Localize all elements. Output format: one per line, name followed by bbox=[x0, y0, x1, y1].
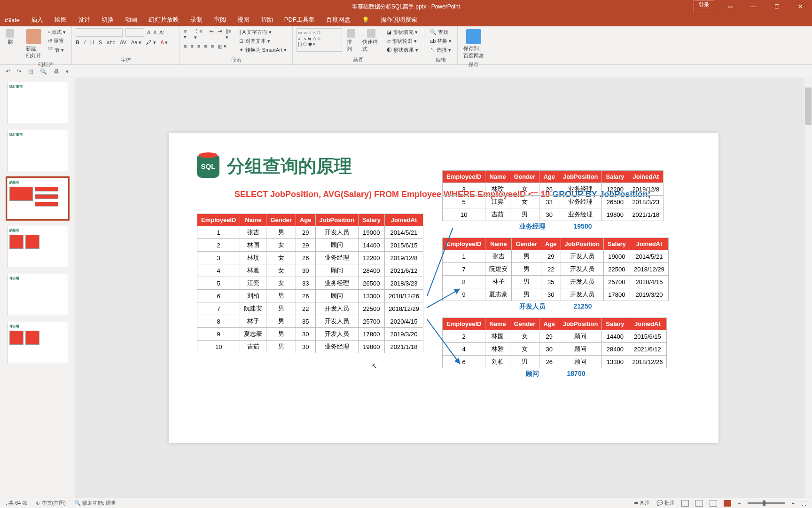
zoom-icon[interactable]: 🔍 bbox=[40, 68, 47, 75]
fit-window-icon[interactable]: ⛶ bbox=[801, 500, 806, 506]
undo-icon[interactable]: ↶ bbox=[6, 68, 10, 75]
highlight-button[interactable]: 🖍 ▾ bbox=[146, 40, 156, 46]
slide-content: SQL 分组查询的原理 SELECT JobPosition, AVG(Sala… bbox=[169, 133, 718, 443]
slide-thumbnail-panel[interactable]: 统计查询 统计查询 的原理 的原理 件分组 件分组 bbox=[0, 78, 75, 498]
ribbon-options-icon[interactable]: ▭ bbox=[718, 0, 742, 13]
case-button[interactable]: Aa ▾ bbox=[131, 40, 142, 46]
print-icon[interactable]: 🖶 bbox=[54, 68, 59, 75]
bullets-button[interactable]: ≡ ▾ bbox=[184, 28, 190, 40]
normal-view-icon[interactable] bbox=[681, 500, 689, 507]
title-bar: 零基础数据分析SQL高手.pptx - PowerPoint 登录 ▭ — ☐ … bbox=[0, 0, 812, 13]
justify-button[interactable]: ≡ bbox=[204, 43, 207, 49]
group1-avg: 19500 bbox=[574, 222, 592, 231]
slideshow-view-icon[interactable] bbox=[724, 500, 731, 507]
tab-slideshow[interactable]: 幻灯片放映 bbox=[148, 16, 179, 24]
maximize-icon[interactable]: ☐ bbox=[765, 0, 789, 13]
decrease-indent-button[interactable]: ⇤ bbox=[210, 28, 214, 40]
reset-button[interactable]: ↺ 重置 bbox=[46, 37, 68, 45]
tab-pdf[interactable]: PDF工具集 bbox=[284, 16, 315, 24]
shapes-gallery[interactable]: ▭ ▭ ○ △ ⬡↙ ↘ ⇆ ◇ ☆{ } ⬠ ⬢ ▾ bbox=[297, 28, 342, 52]
quick-styles-button[interactable]: 快速样式 bbox=[360, 28, 382, 54]
group-table-2: EmployeeIDNameGenderAgeJobPositionSalary… bbox=[442, 238, 669, 301]
replace-button[interactable]: ab 替换 ▾ bbox=[428, 37, 453, 45]
new-slide-button[interactable]: 新建 幻灯片 bbox=[24, 28, 43, 60]
group-font-label: 字体 bbox=[121, 56, 131, 64]
slide-thumbnail[interactable]: 的原理 bbox=[7, 226, 68, 267]
zoom-slider[interactable] bbox=[748, 502, 785, 504]
reading-view-icon[interactable] bbox=[710, 500, 717, 507]
tab-baidu[interactable]: 百度网盘 bbox=[326, 16, 351, 24]
slide-thumbnail[interactable]: 统计查询 bbox=[7, 82, 68, 123]
strike-button[interactable]: abc bbox=[107, 40, 115, 46]
group-editing-label: 编辑 bbox=[436, 56, 446, 64]
smartart-button[interactable]: ✦ 转换为 SmartArt ▾ bbox=[237, 46, 289, 54]
tab-islide[interactable]: iSlide bbox=[5, 16, 20, 24]
tab-view[interactable]: 视图 bbox=[237, 16, 250, 24]
layout-button[interactable]: ▫ 版式 ▾ bbox=[46, 28, 68, 36]
columns-button[interactable]: ▥ ▾ bbox=[218, 43, 226, 49]
qa-dropdown-icon[interactable]: ▾ bbox=[66, 68, 69, 75]
language-indicator[interactable]: ⊕ 中文(中国) bbox=[36, 500, 65, 507]
tab-animations[interactable]: 动画 bbox=[125, 16, 137, 24]
zoom-in-icon[interactable]: + bbox=[792, 500, 795, 506]
slide-thumbnail[interactable]: 件分组 bbox=[7, 274, 68, 315]
italic-button[interactable]: I bbox=[84, 40, 86, 46]
grow-font-icon[interactable]: A bbox=[147, 30, 150, 35]
text-direction-button[interactable]: ‖A 文字方向 ▾ bbox=[237, 28, 289, 36]
close-icon[interactable]: ✕ bbox=[789, 0, 812, 13]
vertical-scrollbar[interactable] bbox=[804, 78, 812, 498]
save-baidu-button[interactable]: 保存到 百度网盘 bbox=[461, 28, 486, 60]
numbering-button[interactable]: ⋮≡ ▾ bbox=[194, 28, 205, 40]
bulb-icon: 💡 bbox=[362, 16, 369, 24]
find-button[interactable]: 🔍 查找 bbox=[428, 28, 453, 36]
tab-draw[interactable]: 绘图 bbox=[55, 16, 67, 24]
tab-transitions[interactable]: 切换 bbox=[102, 16, 114, 24]
increase-indent-button[interactable]: ⇥ bbox=[218, 28, 222, 40]
comments-button[interactable]: 💬 批注 bbox=[656, 500, 675, 507]
arrange-button[interactable]: 排列 bbox=[345, 28, 358, 54]
start-slideshow-icon[interactable]: ▤ bbox=[28, 68, 33, 75]
redo-icon[interactable]: ↷ bbox=[17, 68, 22, 75]
slide-thumbnail[interactable]: 件分组 bbox=[7, 322, 68, 363]
tab-insert[interactable]: 插入 bbox=[31, 16, 43, 24]
sorter-view-icon[interactable] bbox=[695, 500, 703, 507]
shape-effects-button[interactable]: ◐ 形状效果 ▾ bbox=[385, 46, 420, 54]
font-size-select[interactable] bbox=[125, 28, 144, 37]
select-button[interactable]: ↖ 选择 ▾ bbox=[428, 46, 453, 54]
align-center-button[interactable]: ≡ bbox=[190, 43, 193, 49]
minimize-icon[interactable]: — bbox=[742, 0, 765, 13]
slide-thumbnail[interactable]: 统计查询 bbox=[7, 130, 68, 171]
shrink-font-icon[interactable]: A bbox=[153, 30, 156, 35]
ribbon: 刷 新建 幻灯片 ▫ 版式 ▾ ↺ 重置 ▤ 节 ▾ 幻灯片 A A A⁄ B bbox=[0, 26, 812, 65]
align-text-button[interactable]: ⊡ 对齐文本 ▾ bbox=[237, 37, 289, 45]
shape-outline-button[interactable]: ▱ 形状轮廓 ▾ bbox=[385, 37, 420, 45]
login-button[interactable]: 登录 bbox=[694, 0, 714, 13]
align-left-button[interactable]: ≡ bbox=[184, 43, 187, 49]
tell-me-search[interactable]: 操作说明搜索 bbox=[381, 16, 417, 24]
shadow-button[interactable]: S bbox=[99, 40, 102, 46]
slide-thumbnail[interactable]: 的原理 bbox=[7, 178, 68, 219]
shape-fill-button[interactable]: ◪ 形状填充 ▾ bbox=[385, 28, 420, 36]
distribute-button[interactable]: ≡ bbox=[211, 43, 214, 49]
tab-review[interactable]: 审阅 bbox=[214, 16, 226, 24]
tab-record[interactable]: 录制 bbox=[190, 16, 203, 24]
slide-canvas[interactable]: SQL 分组查询的原理 SELECT JobPosition, AVG(Sala… bbox=[75, 78, 812, 498]
underline-button[interactable]: U bbox=[90, 40, 94, 46]
menu-bar: iSlide 插入 绘图 设计 切换 动画 幻灯片放映 录制 审阅 视图 帮助 … bbox=[0, 13, 812, 26]
group-paragraph-label: 段落 bbox=[231, 56, 242, 64]
tab-design[interactable]: 设计 bbox=[78, 16, 90, 24]
section-button[interactable]: ▤ 节 ▾ bbox=[46, 46, 68, 54]
align-right-button[interactable]: ≡ bbox=[197, 43, 200, 49]
zoom-out-icon[interactable]: − bbox=[738, 500, 741, 506]
group2-avg: 21250 bbox=[574, 302, 592, 311]
font-family-select[interactable] bbox=[76, 28, 123, 37]
accessibility-check[interactable]: 🔍 辅助功能: 调查 bbox=[74, 500, 116, 507]
bold-button[interactable]: B bbox=[76, 40, 79, 46]
format-painter-button[interactable]: 刷 bbox=[4, 28, 16, 47]
notes-button[interactable]: ≐ 备注 bbox=[634, 500, 650, 507]
spacing-button[interactable]: AV bbox=[120, 40, 126, 46]
line-spacing-button[interactable]: ‖≡ ▾ bbox=[226, 28, 235, 40]
font-color-button[interactable]: A ▾ bbox=[161, 40, 168, 46]
clear-format-icon[interactable]: A⁄ bbox=[159, 30, 164, 35]
tab-help[interactable]: 帮助 bbox=[261, 16, 273, 24]
